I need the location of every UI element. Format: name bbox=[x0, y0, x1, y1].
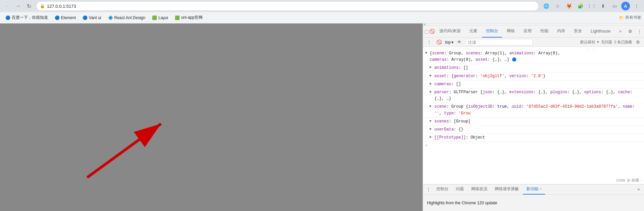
parser-sep: : GLTFParser { bbox=[449, 90, 483, 95]
tab-security[interactable]: 安全 bbox=[570, 25, 586, 38]
cameras-key: cameras bbox=[434, 82, 451, 87]
devtools-ban-icon[interactable]: 🚫 bbox=[429, 28, 435, 36]
uniapp-label: uni-app官网 bbox=[181, 15, 203, 20]
chrome-menu-icon[interactable]: ⋮ bbox=[632, 1, 641, 11]
puzzle-icon[interactable]: 🧩 bbox=[576, 1, 585, 11]
scenes-sep: : bbox=[449, 119, 453, 124]
bottom-tab-issues[interactable]: 问题 bbox=[452, 184, 467, 195]
devtools-settings: ⚙ ⋮ × bbox=[626, 28, 644, 36]
tab-performance[interactable]: 性能 bbox=[536, 25, 552, 38]
download-icon[interactable]: ⬇ bbox=[598, 1, 608, 11]
devtools-inspect-icon[interactable]: ⬚ bbox=[424, 28, 429, 36]
csdn-watermark: CSDN @-耿珊- bbox=[616, 178, 641, 183]
scene-expand-arrow[interactable]: ▶ bbox=[430, 104, 432, 109]
console-filter-input[interactable] bbox=[466, 39, 533, 46]
page-content bbox=[0, 23, 423, 211]
animations-val: [] bbox=[463, 65, 468, 70]
userdata-sep: : bbox=[454, 127, 459, 132]
url-text: 127.0.0.1:5173 bbox=[47, 4, 535, 9]
parser-key: parser bbox=[434, 90, 449, 95]
forward-button[interactable]: → bbox=[13, 1, 23, 11]
root-expand-arrow[interactable]: ▶ bbox=[423, 52, 429, 54]
uniapp-icon: 🟩 bbox=[175, 15, 180, 20]
console-settings-icon[interactable]: ⚙ bbox=[634, 38, 642, 46]
asset-key: asset bbox=[434, 74, 446, 78]
root-text: {scene: Group, scenes: Array(1), animati… bbox=[430, 51, 560, 62]
reload-button[interactable]: ↻ bbox=[24, 1, 34, 11]
cameras-expand-arrow[interactable]: ▶ bbox=[430, 81, 432, 87]
console-content: main.js?t=1704008997775:18 ▶ {scene: Gro… bbox=[423, 47, 644, 184]
console-clear-icon[interactable]: 🚫 bbox=[435, 38, 443, 46]
bottom-tab-whats-new[interactable]: 新功能 × bbox=[523, 184, 545, 195]
bottom-panel-close-icon[interactable]: × bbox=[635, 186, 643, 194]
address-bar[interactable]: 🔒 127.0.0.1:5173 bbox=[36, 1, 539, 11]
sidebar-toggle-icon[interactable]: ▭ bbox=[610, 1, 619, 11]
tab-lighthouse[interactable]: Lighthouse bbox=[587, 25, 614, 38]
console-cameras-entry: ▶ cameras: [] bbox=[423, 81, 644, 89]
asset-version-key: version bbox=[509, 74, 526, 78]
bookmark-uniapp[interactable]: 🟩 uni-app官网 bbox=[172, 13, 205, 22]
back-button[interactable]: ← bbox=[3, 1, 12, 11]
tab-elements[interactable]: 元素 bbox=[465, 25, 481, 38]
bookmark-vant[interactable]: 🔵 Vant ui bbox=[80, 14, 104, 21]
console-scene-entry: ▶ scene: Group {isObject3D: true, uuid: … bbox=[423, 103, 644, 117]
scene-sep: : Group { bbox=[446, 104, 468, 109]
scene-key: scene bbox=[434, 104, 446, 109]
console-eye-icon[interactable]: 👁 bbox=[455, 38, 464, 46]
console-root-entry: ▶ {scene: Group, scenes: Array(1), anima… bbox=[423, 50, 644, 64]
red-arrow bbox=[67, 110, 174, 184]
devtools-menu-icon[interactable]: ⋮ bbox=[636, 28, 644, 36]
asset-sep: : { bbox=[446, 74, 454, 78]
prototype-val: Object bbox=[471, 135, 485, 140]
tab-console[interactable]: 控制台 bbox=[482, 25, 502, 38]
default-level-dropdown[interactable]: ▾ bbox=[597, 40, 599, 44]
whats-new-close[interactable]: × bbox=[540, 187, 542, 191]
prototype-expand-arrow[interactable]: ▶ bbox=[430, 135, 432, 140]
default-level-label: 默认级别 bbox=[580, 40, 595, 45]
devtools-tabs: ⬚ 🚫 源代码/来源 元素 控制台 网络 应用 性能 内存 安全 Lightho… bbox=[423, 25, 644, 38]
devtools-settings-icon[interactable]: ⚙ bbox=[626, 28, 634, 36]
tab-application[interactable]: 应用 bbox=[520, 25, 536, 38]
parser-expand-arrow[interactable]: ▶ bbox=[430, 89, 432, 95]
bottom-tabs: ⋮ 控制台 问题 网络状况 网络请求屏蔽 新功能 × × bbox=[423, 184, 644, 195]
extension-icon[interactable]: 🦊 bbox=[564, 1, 574, 11]
svg-line-1 bbox=[87, 124, 161, 177]
tab-source[interactable]: 源代码/来源 bbox=[435, 25, 465, 38]
bottom-menu-icon[interactable]: ⋮ bbox=[424, 186, 432, 194]
browser-window: ← → ↻ 🔒 127.0.0.1:5173 🌐 ☆ 🦊 🧩 ⋮⋮ ⬇ ▭ A … bbox=[0, 0, 644, 211]
menu-extra-icon[interactable]: ⋮⋮ bbox=[587, 1, 596, 11]
bottom-tab-network-conditions[interactable]: 网络状况 bbox=[468, 184, 491, 195]
tab-more[interactable]: » bbox=[615, 25, 626, 38]
scenes-expand-arrow[interactable]: ▶ bbox=[430, 118, 432, 124]
animations-sep: : bbox=[459, 65, 463, 70]
layui-icon: 🟩 bbox=[152, 15, 157, 20]
prototype-sep: : bbox=[466, 135, 471, 140]
console-menu-icon[interactable]: ⋮ bbox=[425, 38, 433, 46]
vant-label: Vant ui bbox=[89, 15, 101, 20]
translate-icon[interactable]: 🌐 bbox=[541, 1, 551, 11]
bottom-tab-console[interactable]: 控制台 bbox=[433, 184, 452, 195]
console-toolbar-right: 默认级别 ▾ 无问题 2 条已隐藏 ⚙ bbox=[580, 38, 642, 46]
console-scenes-entry: ▶ scenes: [Group] bbox=[423, 118, 644, 126]
bookmark-baidu[interactable]: 🔵 百度一下，你就知道 bbox=[3, 13, 51, 22]
asset-colon2: : bbox=[526, 74, 531, 78]
tab-network[interactable]: 网络 bbox=[503, 25, 519, 38]
bottom-close-container: × bbox=[635, 186, 643, 194]
lock-icon: 🔒 bbox=[40, 4, 45, 8]
bottom-tab-network-blocker[interactable]: 网络请求屏蔽 bbox=[491, 184, 522, 195]
user-avatar[interactable]: A bbox=[621, 2, 630, 10]
asset-expand-arrow[interactable]: ▶ bbox=[430, 73, 432, 78]
console-userdata-entry: ▶ userData: {} bbox=[423, 126, 644, 134]
title-bar: ← → ↻ 🔒 127.0.0.1:5173 🌐 ☆ 🦊 🧩 ⋮⋮ ⬇ ▭ A … bbox=[0, 0, 644, 12]
main-area: ⬚ 🚫 源代码/来源 元素 控制台 网络 应用 性能 内存 安全 Lightho… bbox=[0, 23, 644, 211]
bookmark-react-ant[interactable]: 🔷 React Ant Design bbox=[105, 14, 148, 21]
bookmark-layui[interactable]: 🟩 Layui bbox=[149, 14, 171, 21]
bookmark-star-icon[interactable]: ☆ bbox=[553, 1, 562, 11]
tab-memory[interactable]: 内存 bbox=[553, 25, 569, 38]
console-context-select[interactable]: top ▾ bbox=[445, 40, 453, 45]
animations-expand-arrow[interactable]: ▶ bbox=[430, 65, 432, 70]
vant-icon: 🔵 bbox=[83, 15, 88, 20]
asset-close: } bbox=[543, 74, 545, 78]
bookmark-element[interactable]: 🔵 Element bbox=[52, 14, 78, 21]
userdata-expand-arrow[interactable]: ▶ bbox=[430, 126, 432, 132]
